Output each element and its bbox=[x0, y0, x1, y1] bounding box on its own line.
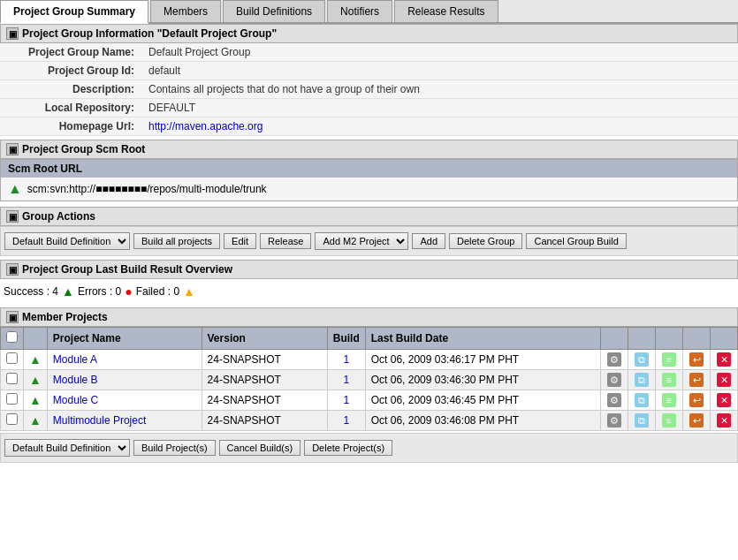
info-row-local-repo: Local Repository: DEFAULT bbox=[0, 99, 738, 117]
default-build-def-select[interactable]: Default Build Definition bbox=[4, 232, 130, 250]
row-icon-cell: ▲ bbox=[24, 370, 48, 390]
action-undo-icon[interactable]: ↩ bbox=[689, 393, 704, 407]
action-undo-icon[interactable]: ↩ bbox=[689, 373, 704, 387]
error-icon: ● bbox=[125, 284, 132, 299]
tab-build-definitions[interactable]: Build Definitions bbox=[223, 0, 325, 22]
delete-group-button[interactable]: Delete Group bbox=[449, 233, 522, 249]
group-actions-title: Group Actions bbox=[22, 210, 95, 223]
project-status-icon: ▲ bbox=[29, 352, 42, 367]
project-name-link[interactable]: Module A bbox=[53, 353, 97, 366]
tab-release-results[interactable]: Release Results bbox=[394, 0, 498, 22]
row-build-cell: 1 bbox=[327, 390, 365, 411]
tab-notifiers[interactable]: Notifiers bbox=[327, 0, 392, 22]
last-build-toggle[interactable]: ▣ bbox=[6, 263, 19, 276]
scm-url-value: scm:svn:http://■■■■■■■■/repos/multi-modu… bbox=[27, 183, 267, 195]
project-info-toggle[interactable]: ▣ bbox=[6, 27, 19, 40]
cancel-group-build-button[interactable]: Cancel Group Build bbox=[526, 233, 626, 249]
row-project-name-cell: Module A bbox=[47, 350, 202, 370]
action-delete-icon[interactable]: ✕ bbox=[717, 413, 731, 428]
edit-button[interactable]: Edit bbox=[224, 233, 256, 249]
build-number-link[interactable]: 1 bbox=[343, 414, 349, 427]
action-build-icon[interactable]: ⚙ bbox=[607, 373, 621, 387]
label-homepage: Homepage Url: bbox=[0, 117, 141, 136]
group-actions-toggle[interactable]: ▣ bbox=[6, 210, 19, 223]
project-name-link[interactable]: Module C bbox=[53, 394, 98, 406]
scm-root-toggle[interactable]: ▣ bbox=[6, 143, 19, 155]
row-checkbox[interactable] bbox=[6, 413, 18, 425]
release-button[interactable]: Release bbox=[260, 233, 311, 249]
last-build-header: ▣ Project Group Last Build Result Overvi… bbox=[0, 260, 738, 279]
row-checkbox[interactable] bbox=[6, 352, 18, 364]
row-action-delete-cell: ✕ bbox=[711, 370, 738, 390]
project-info-table: Project Group Name: Default Project Grou… bbox=[0, 43, 738, 136]
row-checkbox-cell bbox=[1, 350, 24, 370]
scm-root-content: Scm Root URL ▲ scm:svn:http://■■■■■■■■/r… bbox=[0, 159, 738, 201]
action-copy-icon[interactable]: ⧉ bbox=[635, 352, 649, 367]
member-projects-toggle[interactable]: ▣ bbox=[6, 311, 19, 323]
th-action1 bbox=[601, 328, 628, 350]
build-projects-button[interactable]: Build Project(s) bbox=[133, 440, 216, 456]
action-list-icon[interactable]: ≡ bbox=[662, 413, 676, 428]
action-list-icon[interactable]: ≡ bbox=[662, 373, 676, 387]
scm-root-title: Project Group Scm Root bbox=[22, 143, 145, 155]
row-checkbox-cell bbox=[1, 390, 24, 411]
value-local-repo: DEFAULT bbox=[141, 99, 738, 117]
row-checkbox[interactable] bbox=[6, 373, 18, 384]
row-build-cell: 1 bbox=[327, 350, 365, 370]
action-list-icon[interactable]: ≡ bbox=[662, 393, 676, 407]
action-undo-icon[interactable]: ↩ bbox=[689, 413, 704, 428]
info-row-description: Description: Contains all projects that … bbox=[0, 80, 738, 99]
action-list-icon[interactable]: ≡ bbox=[662, 352, 676, 367]
action-copy-icon[interactable]: ⧉ bbox=[635, 413, 649, 428]
member-projects-header: ▣ Member Projects bbox=[0, 307, 738, 327]
row-version-cell: 24-SNAPSHOT bbox=[202, 350, 327, 370]
action-copy-icon[interactable]: ⧉ bbox=[635, 393, 649, 407]
action-build-icon[interactable]: ⚙ bbox=[607, 352, 621, 367]
row-action-copy-cell: ⧉ bbox=[628, 411, 656, 431]
cancel-builds-button[interactable]: Cancel Build(s) bbox=[219, 440, 301, 456]
action-undo-icon[interactable]: ↩ bbox=[689, 352, 704, 367]
project-name-link[interactable]: Multimodule Project bbox=[53, 414, 146, 427]
label-local-repo: Local Repository: bbox=[0, 99, 141, 117]
row-checkbox[interactable] bbox=[6, 393, 18, 405]
build-all-projects-button[interactable]: Build all projects bbox=[133, 233, 220, 249]
row-version-cell: 24-SNAPSHOT bbox=[202, 390, 327, 411]
build-number-link[interactable]: 1 bbox=[343, 394, 349, 406]
homepage-link[interactable]: http://maven.apache.org bbox=[148, 120, 262, 132]
action-delete-icon[interactable]: ✕ bbox=[717, 352, 731, 367]
table-row: ▲ Multimodule Project 24-SNAPSHOT 1 Oct … bbox=[1, 411, 738, 431]
tab-project-group-summary[interactable]: Project Group Summary bbox=[0, 0, 148, 24]
tab-members[interactable]: Members bbox=[150, 0, 221, 22]
table-row: ▲ Module A 24-SNAPSHOT 1 Oct 06, 2009 03… bbox=[1, 350, 738, 370]
action-delete-icon[interactable]: ✕ bbox=[717, 373, 731, 387]
delete-projects-button[interactable]: Delete Project(s) bbox=[304, 440, 392, 456]
row-last-build-date-cell: Oct 06, 2009 03:46:30 PM PHT bbox=[365, 370, 600, 390]
add-button[interactable]: Add bbox=[412, 233, 445, 249]
scm-column-header: Scm Root URL bbox=[1, 160, 737, 178]
row-project-name-cell: Multimodule Project bbox=[47, 411, 202, 431]
add-project-select[interactable]: Add M2 Project bbox=[315, 232, 408, 250]
project-name-link[interactable]: Module B bbox=[53, 374, 98, 386]
action-delete-icon[interactable]: ✕ bbox=[717, 393, 731, 407]
project-status-icon: ▲ bbox=[29, 393, 42, 407]
build-number-link[interactable]: 1 bbox=[343, 374, 349, 386]
success-label: Success : 4 bbox=[4, 285, 58, 298]
group-actions-section: ▣ Group Actions Default Build Definition… bbox=[0, 207, 738, 256]
page-container: Project Group Summary Members Build Defi… bbox=[0, 0, 738, 463]
footer-default-build-def-group: Default Build Definition bbox=[4, 439, 130, 457]
row-build-cell: 1 bbox=[327, 370, 365, 390]
row-action-list-cell: ≡ bbox=[656, 390, 683, 411]
row-action-undo-cell: ↩ bbox=[683, 370, 711, 390]
row-action-undo-cell: ↩ bbox=[683, 390, 711, 411]
value-project-group-name: Default Project Group bbox=[141, 43, 738, 62]
last-build-section: ▣ Project Group Last Build Result Overvi… bbox=[0, 260, 738, 304]
th-project-name: Project Name bbox=[47, 328, 202, 350]
th-action2 bbox=[628, 328, 656, 350]
action-build-icon[interactable]: ⚙ bbox=[607, 393, 621, 407]
build-number-link[interactable]: 1 bbox=[343, 353, 349, 366]
action-build-icon[interactable]: ⚙ bbox=[607, 413, 621, 428]
select-all-checkbox[interactable] bbox=[6, 331, 18, 343]
table-row: ▲ Module B 24-SNAPSHOT 1 Oct 06, 2009 03… bbox=[1, 370, 738, 390]
footer-default-build-def-select[interactable]: Default Build Definition bbox=[4, 439, 130, 457]
action-copy-icon[interactable]: ⧉ bbox=[635, 373, 649, 387]
